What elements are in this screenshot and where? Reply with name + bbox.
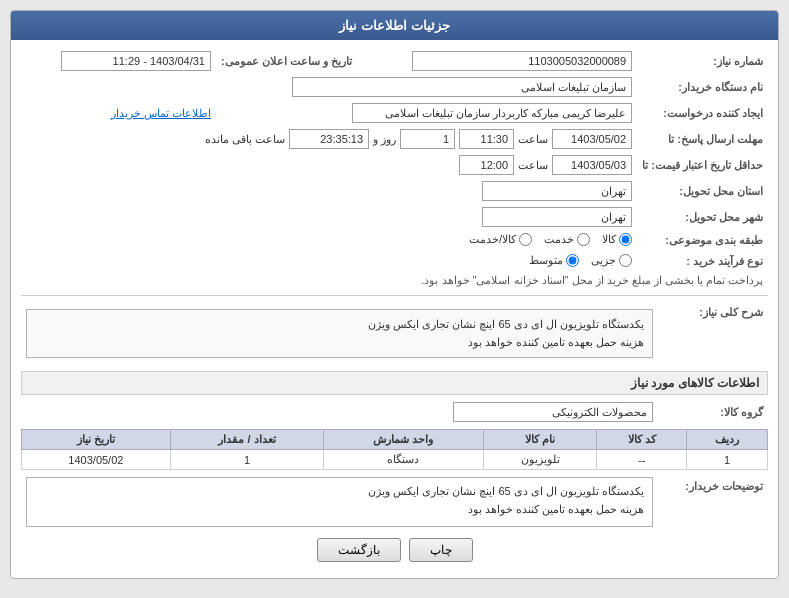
- nam-dastgah-value: [292, 77, 632, 97]
- ijad-konande-value: [352, 103, 632, 123]
- cell-tedad: 1: [170, 450, 323, 470]
- tabaqe-khadamat-text: خدمت: [544, 233, 574, 246]
- shahr-label: شهر محل تحویل:: [637, 204, 768, 230]
- tabaqe-kala-radio[interactable]: [619, 233, 632, 246]
- sharh-label: شرح کلی نیاز:: [658, 302, 768, 365]
- tabaqe-kala-khadamat-radio[interactable]: [519, 233, 532, 246]
- kala-table: ردیف کد کالا نام کالا واحد شمارش تعداد /…: [21, 429, 768, 470]
- mohlat-date: [552, 129, 632, 149]
- farayand-motavasat-option[interactable]: متوسط: [529, 254, 579, 267]
- page-title: جزئیات اطلاعات نیاز: [11, 11, 778, 40]
- ostan-label: استان محل تحویل:: [637, 178, 768, 204]
- cell-tarikh: 1403/05/02: [22, 450, 171, 470]
- tozihat-label: توضیحات خریدار:: [658, 474, 768, 530]
- hadaksal-time: [459, 155, 514, 175]
- mohlat-roz: [400, 129, 455, 149]
- etelaat-tamas-link[interactable]: اطلاعات تماس خریدار: [111, 107, 211, 119]
- farayand-jozee-text: جزیی: [591, 254, 616, 267]
- tarikh-saat-label: تاریخ و ساعت اعلان عمومی:: [216, 48, 357, 74]
- noe-farayand-label: نوع فرآیند خرید :: [637, 251, 768, 272]
- nam-dastgah-label: نام دستگاه خریدار:: [637, 74, 768, 100]
- kala-info-title: اطلاعات کالاهای مورد نیاز: [21, 371, 768, 395]
- cell-radif: 1: [687, 450, 768, 470]
- shahr-value: [482, 207, 632, 227]
- cell-namKala: تلویزیون: [483, 450, 597, 470]
- group-kala-label: گروه کالا:: [658, 399, 768, 425]
- farayand-motavasat-text: متوسط: [529, 254, 563, 267]
- col-tedad: تعداد / مقدار: [170, 430, 323, 450]
- tabaqe-kala-text: کالا: [602, 233, 616, 246]
- cell-kodKala: --: [597, 450, 687, 470]
- tabaqe-kala-option[interactable]: کالا: [602, 233, 632, 246]
- tabaqe-kala-khadamat-option[interactable]: کالا/خدمت: [469, 233, 532, 246]
- hadaksal-date: [552, 155, 632, 175]
- mohlat-saat-mande: [289, 129, 369, 149]
- bazgasht-button[interactable]: بازگشت: [317, 538, 401, 562]
- chap-button[interactable]: چاپ: [409, 538, 473, 562]
- tozihat-value: یکدستگاه تلویزیون ال ای دی 65 اینچ نشان …: [26, 477, 653, 527]
- saat-label: ساعت: [518, 133, 548, 146]
- farayand-jozee-option[interactable]: جزیی: [591, 254, 632, 267]
- tabaqe-khadamat-option[interactable]: خدمت: [544, 233, 590, 246]
- col-kod-kala: کد کالا: [597, 430, 687, 450]
- col-tarikh: تاریخ نیاز: [22, 430, 171, 450]
- shomare-niaz-label: شماره نیاز:: [637, 48, 768, 74]
- roz-label: روز و: [373, 133, 396, 146]
- farayand-motavasat-radio[interactable]: [566, 254, 579, 267]
- tabaqe-khadamat-radio[interactable]: [577, 233, 590, 246]
- farayand-jozee-radio[interactable]: [619, 254, 632, 267]
- hadaksal-saat-label: ساعت: [518, 159, 548, 172]
- mohlat-time: [459, 129, 514, 149]
- col-nam-kala: نام کالا: [483, 430, 597, 450]
- col-radif: ردیف: [687, 430, 768, 450]
- tabaqe-label: طبقه بندی موضوعی:: [637, 230, 768, 251]
- sharh-value: یکدستگاه تلویزیون ال ای دی 65 اینچ نشان …: [26, 309, 653, 358]
- shomare-niaz-value: [412, 51, 632, 71]
- group-kala-value: [453, 402, 653, 422]
- button-row: چاپ بازگشت: [21, 538, 768, 570]
- hadaksal-label: حداقل تاریخ اعتبار قیمت: تا: [637, 152, 768, 178]
- ostan-value: [482, 181, 632, 201]
- table-row: 1--تلویزیوندستگاه11403/05/02: [22, 450, 768, 470]
- cell-vahedShomarsh: دستگاه: [324, 450, 484, 470]
- tabaqe-kala-khadamat-text: کالا/خدمت: [469, 233, 516, 246]
- tarikh-saat-value: [61, 51, 211, 71]
- saat-mande-label: ساعت باقی مانده: [205, 133, 285, 146]
- pardakht-note: پرداخت تمام یا بخشی از مبلغ خرید از محل …: [21, 272, 768, 289]
- col-vahed-shomarsh: واحد شمارش: [324, 430, 484, 450]
- ijad-konande-label: ایجاد کننده درخواست:: [637, 100, 768, 126]
- mohlat-ersal-label: مهلت ارسال پاسخ: تا: [637, 126, 768, 152]
